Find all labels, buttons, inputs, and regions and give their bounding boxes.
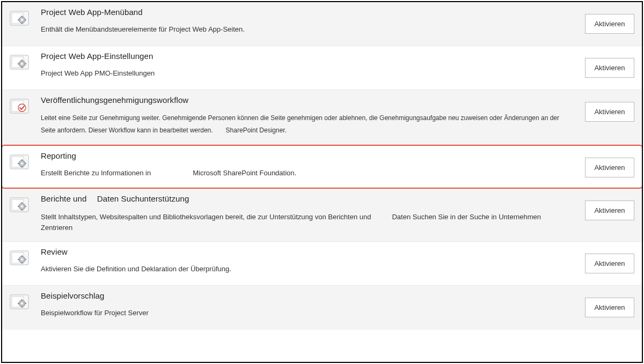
gear-document-icon: [10, 11, 29, 26]
svg-rect-49: [18, 303, 19, 304]
feature-icon-cell: [10, 8, 41, 26]
feature-title: Project Web App-Einstellungen: [41, 51, 570, 61]
svg-rect-13: [21, 66, 23, 68]
feature-content: Berichte und Daten Suchunterstützung Ste…: [41, 194, 576, 234]
feature-description: Project Web App PMO-Einstellungen: [41, 68, 570, 79]
svg-rect-47: [21, 299, 23, 301]
svg-point-3: [21, 19, 23, 21]
feature-action-cell: Aktivieren: [576, 247, 634, 273]
svg-rect-7: [25, 19, 26, 20]
feature-icon-cell: [10, 194, 41, 212]
activate-button[interactable]: Aktivieren: [585, 102, 634, 122]
feature-action-cell: Aktivieren: [576, 8, 634, 34]
svg-point-11: [21, 63, 23, 65]
feature-row: Review Aktivieren Sie die Definition und…: [2, 242, 642, 286]
feature-row: Project Web App-Menüband Enthält die Men…: [2, 2, 642, 46]
svg-rect-12: [21, 60, 23, 61]
feature-title: Beispielvorschlag: [41, 291, 570, 300]
activate-button[interactable]: Aktivieren: [585, 158, 634, 177]
feature-title: Veröffentlichungsgenehmigungsworkflow: [41, 95, 570, 105]
svg-rect-40: [21, 262, 23, 264]
feature-description: Erstellt Berichte zu Informationen in Mi…: [41, 168, 570, 179]
gear-document-icon: [10, 250, 29, 265]
svg-rect-39: [21, 255, 23, 257]
svg-rect-50: [25, 303, 26, 304]
svg-rect-34: [25, 206, 26, 207]
activate-button[interactable]: Aktivieren: [585, 14, 634, 34]
gear-document-icon: [10, 197, 29, 212]
svg-rect-48: [21, 306, 23, 308]
gear-document-icon: [10, 154, 29, 169]
svg-rect-6: [18, 19, 19, 20]
svg-rect-41: [18, 259, 19, 260]
feature-list-panel: Project Web App-Menüband Enthält die Men…: [1, 1, 643, 363]
svg-rect-42: [25, 259, 26, 260]
svg-rect-4: [21, 16, 23, 17]
activate-button[interactable]: Aktivieren: [585, 298, 634, 317]
activate-button[interactable]: Aktivieren: [585, 254, 634, 273]
feature-description: Beispielworkflow für Project Server: [41, 308, 570, 319]
feature-description: Leitet eine Seite zur Genehmigung weiter…: [41, 112, 570, 137]
feature-action-cell: Aktivieren: [576, 151, 634, 177]
feature-content: Project Web App-Menüband Enthält die Men…: [41, 8, 576, 35]
feature-action-cell: Aktivieren: [576, 95, 634, 122]
feature-row: Berichte und Daten Suchunterstützung Ste…: [2, 189, 642, 242]
feature-action-cell: Aktivieren: [576, 51, 634, 78]
svg-rect-24: [21, 166, 23, 168]
feature-content: Veröffentlichungsgenehmigungsworkflow Le…: [41, 95, 576, 137]
activate-button[interactable]: Aktivieren: [585, 200, 634, 220]
svg-point-22: [21, 162, 23, 165]
feature-content: Reporting Erstellt Berichte zu Informati…: [41, 151, 576, 179]
svg-rect-15: [25, 63, 26, 64]
activate-button[interactable]: Aktivieren: [585, 58, 634, 78]
feature-action-cell: Aktivieren: [576, 291, 634, 317]
feature-row: Beispielvorschlag Beispielworkflow für P…: [2, 286, 642, 330]
svg-rect-31: [21, 202, 23, 204]
feature-row-highlighted: Reporting Erstellt Berichte zu Informati…: [1, 145, 643, 189]
svg-rect-33: [18, 206, 19, 207]
feature-description: Aktivieren Sie die Definition und Deklar…: [41, 264, 570, 275]
svg-rect-26: [25, 163, 26, 164]
feature-title: Review: [41, 247, 570, 256]
feature-icon-cell: [10, 151, 41, 169]
feature-row: Veröffentlichungsgenehmigungsworkflow Le…: [2, 90, 642, 145]
feature-title: Reporting: [41, 151, 570, 160]
feature-icon-cell: [10, 247, 41, 265]
feature-icon-cell: [10, 95, 41, 114]
workflow-check-icon: [10, 99, 29, 114]
gear-document-icon: [10, 294, 29, 309]
gear-document-icon: [10, 55, 29, 70]
svg-point-46: [21, 302, 23, 304]
svg-rect-5: [21, 23, 23, 24]
feature-icon-cell: [10, 291, 41, 309]
feature-action-cell: Aktivieren: [576, 194, 634, 220]
feature-title: Project Web App-Menüband: [41, 8, 570, 17]
feature-content: Project Web App-Einstellungen Project We…: [41, 51, 576, 79]
svg-rect-25: [18, 163, 19, 164]
feature-content: Beispielvorschlag Beispielworkflow für P…: [41, 291, 576, 319]
feature-content: Review Aktivieren Sie die Definition und…: [41, 247, 576, 275]
feature-row: Project Web App-Einstellungen Project We…: [2, 46, 642, 90]
feature-description: Enthält die Menübandsteuerelemente für P…: [41, 24, 570, 35]
svg-point-38: [21, 258, 23, 261]
svg-rect-14: [18, 63, 19, 64]
svg-rect-32: [21, 209, 23, 211]
feature-description: Stellt Inhaltstypen, Websitespalten und …: [41, 212, 570, 234]
svg-point-30: [21, 205, 23, 207]
svg-rect-23: [21, 159, 23, 161]
feature-icon-cell: [10, 51, 41, 70]
feature-title: Berichte und Daten Suchunterstützung: [41, 194, 570, 204]
